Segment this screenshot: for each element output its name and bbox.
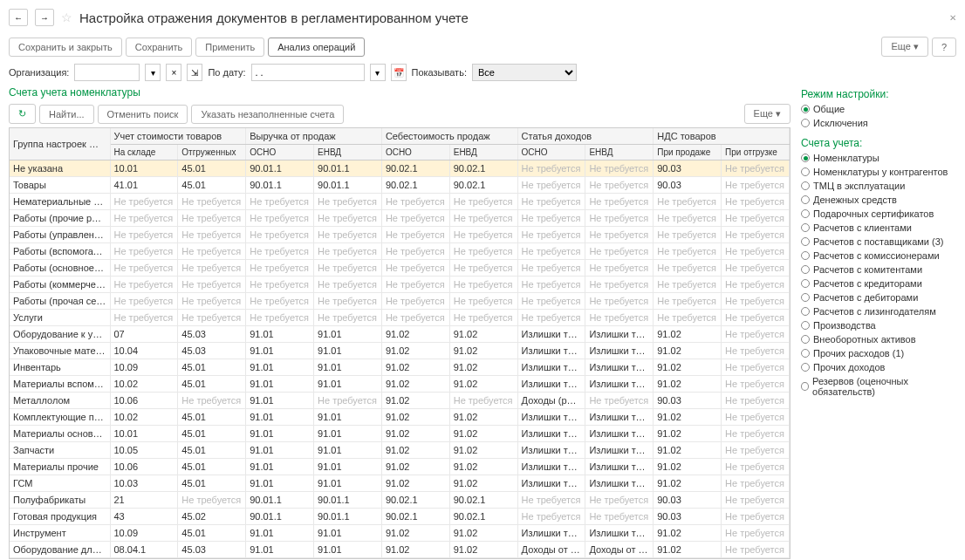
table-cell[interactable]: Не требуется: [246, 243, 314, 260]
table-cell[interactable]: Не требуется: [722, 177, 790, 194]
table-cell[interactable]: 91.02: [449, 326, 517, 343]
table-row[interactable]: Работы (основное произво...Не требуетсяН…: [10, 260, 790, 277]
table-cell[interactable]: Инструмент: [10, 525, 110, 542]
table-cell[interactable]: 91.02: [449, 475, 517, 492]
table-cell[interactable]: Не требуется: [722, 243, 790, 260]
table-cell[interactable]: 91.01: [314, 343, 382, 359]
table-cell[interactable]: Не требуется: [178, 277, 246, 293]
account-option[interactable]: Денежных средств: [801, 193, 955, 207]
table-cell[interactable]: 91.02: [449, 426, 517, 442]
mode-option[interactable]: Общие: [801, 102, 955, 116]
table-cell[interactable]: 91.02: [381, 409, 449, 426]
find-button[interactable]: Найти...: [39, 105, 94, 124]
table-cell[interactable]: Не требуется: [178, 492, 246, 509]
table-cell[interactable]: Не требуется: [517, 293, 585, 310]
table-cell[interactable]: 10.06: [110, 459, 178, 475]
table-cell[interactable]: Не требуется: [314, 277, 382, 293]
table-cell[interactable]: 91.01: [246, 359, 314, 376]
table-cell[interactable]: Излишки товарно-мате...: [585, 459, 654, 475]
table-cell[interactable]: Не требуется: [449, 210, 517, 227]
table-cell[interactable]: Не требуется: [246, 277, 314, 293]
col-group[interactable]: Группа настроек фин. учета: [10, 128, 110, 160]
table-cell[interactable]: 45.03: [178, 326, 246, 343]
table-cell[interactable]: Не требуется: [517, 277, 585, 293]
table-cell[interactable]: Не требуется: [722, 194, 790, 210]
table-cell[interactable]: 43: [110, 509, 178, 525]
table-row[interactable]: Оборудование для собств...08.04.145.0391…: [10, 542, 790, 558]
table-cell[interactable]: Излишки товарно-мате...: [517, 442, 585, 459]
table-cell[interactable]: 91.01: [314, 442, 382, 459]
table-row[interactable]: Не указана10.0145.0190.01.190.01.190.02.…: [10, 160, 790, 177]
table-cell[interactable]: 45.01: [178, 525, 246, 542]
table-cell[interactable]: 91.02: [381, 393, 449, 409]
table-cell[interactable]: Излишки товарно-мате...: [585, 442, 654, 459]
table-cell[interactable]: Не требуется: [381, 310, 449, 326]
table-cell[interactable]: Не требуется: [654, 194, 722, 210]
table-cell[interactable]: 91.02: [381, 426, 449, 442]
table-cell[interactable]: 91.01: [246, 393, 314, 409]
more-button[interactable]: Еще ▾: [881, 37, 927, 57]
table-cell[interactable]: 10.04: [110, 343, 178, 359]
table-cell[interactable]: 45.03: [178, 542, 246, 558]
table-cell[interactable]: 91.02: [654, 525, 722, 542]
table-cell[interactable]: 10.03: [110, 475, 178, 492]
table-cell[interactable]: 91.01: [246, 459, 314, 475]
table-cell[interactable]: Не требуется: [381, 210, 449, 227]
table-row[interactable]: Нематериальные активы в...Не требуетсяНе…: [10, 194, 790, 210]
account-option[interactable]: Расчетов с лизингодателям: [801, 304, 955, 318]
table-cell[interactable]: 91.01: [314, 326, 382, 343]
table-cell[interactable]: 45.01: [178, 409, 246, 426]
table-cell[interactable]: 91.01: [246, 343, 314, 359]
table-cell[interactable]: 08.04.1: [110, 542, 178, 558]
table-cell[interactable]: Не требуется: [178, 194, 246, 210]
table-row[interactable]: Материалы основные10.0145.0191.0191.0191…: [10, 426, 790, 442]
cancel-find-button[interactable]: Отменить поиск: [98, 105, 188, 124]
table-cell[interactable]: Излишки товарно-мате...: [517, 409, 585, 426]
table-cell[interactable]: 91.01: [314, 525, 382, 542]
table-cell[interactable]: Комплектующие покупные: [10, 409, 110, 426]
account-option[interactable]: Расчетов с поставщиками (3): [801, 235, 955, 249]
refresh-button[interactable]: ↻: [9, 104, 36, 124]
mode-option[interactable]: Исключения: [801, 116, 955, 130]
table-cell[interactable]: Не требуется: [585, 260, 654, 277]
org-link-icon[interactable]: ⇲: [187, 64, 202, 81]
table-row[interactable]: ГСМ10.0345.0191.0191.0191.0291.02Излишки…: [10, 475, 790, 492]
table-cell[interactable]: 90.01.1: [246, 177, 314, 194]
table-cell[interactable]: Материалы прочие: [10, 459, 110, 475]
table-cell[interactable]: Металлолом: [10, 393, 110, 409]
table-cell[interactable]: 91.02: [449, 359, 517, 376]
table-cell[interactable]: Не требуется: [722, 277, 790, 293]
show-select[interactable]: Все: [472, 64, 577, 81]
table-cell[interactable]: Не требуется: [314, 227, 382, 243]
table-cell[interactable]: 90.01.1: [314, 492, 382, 509]
table-cell[interactable]: Не требуется: [722, 459, 790, 475]
table-cell[interactable]: Не требуется: [381, 277, 449, 293]
table-cell[interactable]: Не требуется: [722, 376, 790, 393]
table-cell[interactable]: Не требуется: [585, 194, 654, 210]
table-cell[interactable]: Не требуется: [178, 210, 246, 227]
table-cell[interactable]: 91.02: [654, 326, 722, 343]
table-cell[interactable]: Не требуется: [722, 525, 790, 542]
table-cell[interactable]: ГСМ: [10, 475, 110, 492]
table-cell[interactable]: 10.01: [110, 160, 178, 177]
calendar-icon[interactable]: 📅: [391, 64, 407, 81]
table-cell[interactable]: Не требуется: [381, 293, 449, 310]
account-option[interactable]: Производства: [801, 318, 955, 332]
account-option[interactable]: Расчетов с комиссионерами: [801, 249, 955, 263]
table-cell[interactable]: Не требуется: [449, 393, 517, 409]
table-cell[interactable]: Излишки товарно-мате...: [585, 376, 654, 393]
table-cell[interactable]: Не требуется: [722, 210, 790, 227]
table-cell[interactable]: Материалы вспомогательн...: [10, 376, 110, 393]
table-cell[interactable]: Не требуется: [517, 177, 585, 194]
account-option[interactable]: Прочих расходов (1): [801, 346, 955, 360]
favorite-icon[interactable]: ☆: [61, 10, 72, 24]
table-cell[interactable]: Работы (прочая себестоим...: [10, 293, 110, 310]
table-cell[interactable]: Не требуется: [654, 310, 722, 326]
table-row[interactable]: Материалы вспомогательн...10.0245.0191.0…: [10, 376, 790, 393]
table-cell[interactable]: 90.01.1: [246, 492, 314, 509]
table-cell[interactable]: Не требуется: [110, 194, 178, 210]
table-cell[interactable]: 90.02.1: [449, 492, 517, 509]
table-cell[interactable]: Не требуется: [722, 310, 790, 326]
table-cell[interactable]: 91.01: [246, 475, 314, 492]
table-cell[interactable]: Не требуется: [722, 343, 790, 359]
